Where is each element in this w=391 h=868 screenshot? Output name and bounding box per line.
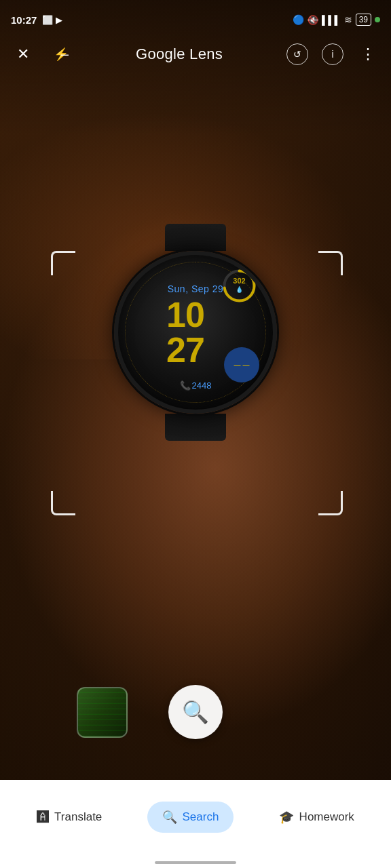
watch-band-bottom xyxy=(165,414,226,441)
homework-icon: 🎓 xyxy=(279,810,294,825)
battery-charging-dot xyxy=(375,17,380,22)
status-right-icons: 🔵 🔇 ▌▌▌ ≋ 39 xyxy=(293,14,380,26)
watch-subject: 302 💧 Sun, Sep 29 10 27 📞 2448 xyxy=(114,224,277,414)
watch-minute: 27 xyxy=(166,332,204,368)
watch-steps: 📞 2448 xyxy=(180,380,212,391)
bottom-tab-bar: 🅰 Translate 🔍 Search 🎓 Homework xyxy=(0,780,391,868)
google-lens-toolbar: ✕ ⚡̶ Google Lens ↺ i ⋮ xyxy=(0,34,391,75)
translate-label: Translate xyxy=(54,810,102,824)
tab-translate[interactable]: 🅰 Translate xyxy=(22,802,117,833)
steps-value: 2448 xyxy=(192,380,212,391)
watch-bottom-widget xyxy=(224,347,259,382)
muted-icon: 🔇 xyxy=(308,15,318,25)
signal-icon: ▌▌▌ xyxy=(322,15,341,25)
toolbar-right-actions: ↺ i ⋮ xyxy=(285,42,380,66)
search-label: Search xyxy=(183,810,219,824)
toolbar-left-actions: ✕ ⚡̶ xyxy=(11,42,73,66)
watch-hour: 10 xyxy=(166,297,204,332)
info-icon: i xyxy=(322,43,343,65)
translate-icon: 🅰 xyxy=(37,810,49,825)
watch-date: Sun, Sep 29 xyxy=(168,283,224,294)
app-title: Google Lens xyxy=(136,45,223,63)
tab-search[interactable]: 🔍 Search xyxy=(147,802,234,833)
camera-controls: 🔍 xyxy=(0,671,391,753)
history-button[interactable]: ↺ xyxy=(285,42,310,66)
history-icon: ↺ xyxy=(286,43,308,65)
more-icon: ⋮ xyxy=(360,45,375,63)
more-options-button[interactable]: ⋮ xyxy=(356,42,380,66)
homework-label: Homework xyxy=(299,810,354,824)
tab-homework[interactable]: 🎓 Homework xyxy=(264,802,369,833)
bluetooth-icon: 🔵 xyxy=(293,14,304,25)
status-bar: 10:27 ⬜ ▶ 🔵 🔇 ▌▌▌ ≋ 39 xyxy=(0,0,391,34)
steps-icon: 📞 xyxy=(180,380,191,391)
flash-off-icon: ⚡̶ xyxy=(54,47,69,62)
search-tab-icon: 🔍 xyxy=(162,810,177,825)
shutter-search-icon: 🔍 xyxy=(182,699,209,725)
photo-thumbnail[interactable] xyxy=(77,687,128,738)
wifi-icon: ≋ xyxy=(344,14,352,25)
shutter-button[interactable]: 🔍 xyxy=(168,685,223,739)
camera-record-icon: ▶ xyxy=(56,15,62,25)
close-icon: ✕ xyxy=(17,45,29,63)
close-button[interactable]: ✕ xyxy=(11,42,35,66)
info-button[interactable]: i xyxy=(320,42,345,66)
flash-off-button[interactable]: ⚡̶ xyxy=(49,42,73,66)
watch-body: 302 💧 Sun, Sep 29 10 27 📞 2448 xyxy=(114,251,277,414)
watch-band-top xyxy=(165,224,226,251)
status-time: 10:27 xyxy=(11,14,37,26)
placeholder-right xyxy=(263,687,314,738)
screen-recorder-icon: ⬜ xyxy=(42,15,53,25)
status-icons: ⬜ ▶ xyxy=(42,15,62,25)
home-indicator xyxy=(155,861,236,864)
battery-icon: 39 xyxy=(356,14,371,26)
watch-time: 10 27 xyxy=(166,297,204,368)
